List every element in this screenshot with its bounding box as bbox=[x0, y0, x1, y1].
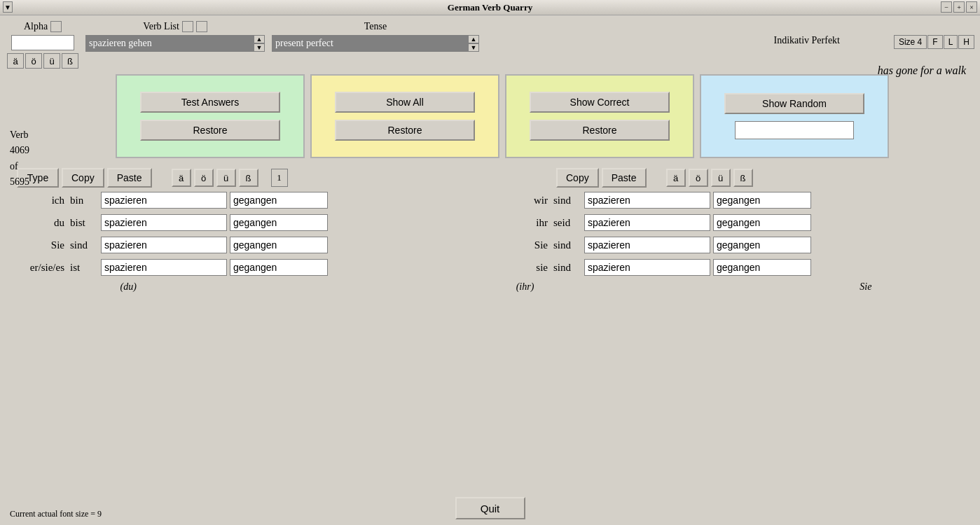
test-answers-btn[interactable]: Test Answers bbox=[140, 92, 280, 113]
verblist-label: Verb List bbox=[143, 21, 179, 32]
title-bar-left-controls[interactable]: ▼ bbox=[3, 1, 13, 13]
size4-button[interactable]: Size 4 bbox=[894, 35, 927, 49]
alpha-special-chars: ä ö ü ß bbox=[7, 53, 78, 69]
right-toolbar: Copy Paste ä ö ü ß bbox=[500, 168, 969, 188]
table-row: ihr seid bbox=[500, 214, 969, 231]
conj-input-er-part2[interactable] bbox=[230, 259, 328, 276]
verb-total: 5695 bbox=[10, 174, 29, 190]
conj-input-sie-pl-part2[interactable] bbox=[713, 237, 811, 253]
quit-btn-wrap: Quit bbox=[455, 497, 525, 519]
minimize-btn[interactable]: − bbox=[941, 1, 952, 13]
footer-font-size: Current actual font size = 9 bbox=[10, 509, 102, 519]
conj-input-wir-part2[interactable] bbox=[713, 192, 811, 209]
tense-select[interactable]: present perfect bbox=[272, 35, 468, 52]
verblist-scroll-up[interactable]: ▲ bbox=[254, 35, 265, 43]
alpha-oe-btn[interactable]: ö bbox=[25, 53, 42, 69]
verblist-select[interactable]: spazieren gehen bbox=[85, 35, 254, 52]
verblist-scroll: ▲ ▼ bbox=[254, 35, 265, 52]
courtesy-du: (du) bbox=[58, 281, 198, 293]
test-restore-btn[interactable]: Restore bbox=[140, 120, 280, 141]
title-bar-controls[interactable]: − + × bbox=[941, 1, 977, 13]
conj-input-ich-part2[interactable] bbox=[230, 192, 328, 209]
action-panels: Test Answers Restore Show All Restore Sh… bbox=[116, 74, 973, 158]
conj-input-er-part1[interactable] bbox=[101, 259, 227, 276]
show-random-panel: Show Random bbox=[700, 74, 889, 158]
pronoun-sie-3pl: sie bbox=[500, 262, 551, 274]
show-correct-restore-btn[interactable]: Restore bbox=[530, 120, 670, 141]
tense-scroll: ▲ ▼ bbox=[468, 35, 479, 52]
alpha-label: Alpha bbox=[24, 21, 48, 32]
conj-input-ihr-part1[interactable] bbox=[584, 214, 710, 231]
left-conj-rows: ich bin du bist Sie sind bbox=[17, 192, 493, 276]
left-paste-btn[interactable]: Paste bbox=[107, 168, 152, 188]
courtesy-row: (du) (ihr) Sie bbox=[7, 281, 973, 293]
size-buttons: Size 4 F L H bbox=[894, 35, 974, 49]
pronoun-ihr: ihr bbox=[500, 217, 551, 229]
title-bar: ▼ German Verb Quarry − + × bbox=[0, 0, 980, 15]
conj-input-ihr-part2[interactable] bbox=[713, 214, 811, 231]
conj-input-du-part2[interactable] bbox=[230, 214, 328, 231]
left-ue-btn[interactable]: ü bbox=[216, 169, 236, 187]
table-row: du bist bbox=[17, 214, 493, 231]
verblist-scroll-down[interactable]: ▼ bbox=[254, 43, 265, 52]
maximize-btn[interactable]: + bbox=[953, 1, 965, 13]
right-paste-btn[interactable]: Paste bbox=[602, 168, 647, 188]
table-row: Sie sind bbox=[17, 237, 493, 253]
alpha-section: Alpha ä ö ü ß bbox=[7, 21, 78, 69]
h-button[interactable]: H bbox=[958, 35, 974, 49]
left-ss-btn[interactable]: ß bbox=[239, 169, 258, 187]
right-ss-btn[interactable]: ß bbox=[733, 169, 753, 187]
verblist-checkbox1[interactable] bbox=[182, 21, 193, 32]
tense-scroll-up[interactable]: ▲ bbox=[468, 35, 479, 43]
quit-button[interactable]: Quit bbox=[455, 497, 525, 519]
title-bar-title: German Verb Quarry bbox=[448, 2, 532, 13]
aux-bist: bist bbox=[70, 217, 98, 229]
show-random-btn[interactable]: Show Random bbox=[724, 93, 864, 114]
right-ae-btn[interactable]: ä bbox=[666, 169, 686, 187]
f-button[interactable]: F bbox=[927, 35, 942, 49]
verblist-section: Verb List spazieren gehen ▲ ▼ bbox=[85, 21, 265, 52]
conj-input-du-part1[interactable] bbox=[101, 214, 227, 231]
courtesy-ihr: (ihr) bbox=[455, 281, 595, 293]
show-all-restore-btn[interactable]: Restore bbox=[335, 120, 475, 141]
show-correct-btn[interactable]: Show Correct bbox=[530, 92, 670, 113]
alpha-ae-btn[interactable]: ä bbox=[7, 53, 24, 69]
show-random-input[interactable] bbox=[735, 121, 854, 139]
left-conj-panel: Type Copy Paste ä ö ü ß 1 ich bin bbox=[17, 168, 493, 276]
conj-input-sie-formal-part1[interactable] bbox=[101, 237, 227, 253]
conj-input-sie-3pl-part2[interactable] bbox=[713, 259, 811, 276]
right-conj-panel: Copy Paste ä ö ü ß wir sind ihr seid bbox=[493, 168, 969, 276]
tense-label: Tense bbox=[364, 21, 387, 32]
pronoun-du: du bbox=[17, 217, 67, 229]
left-ae-btn[interactable]: ä bbox=[172, 169, 191, 187]
close-btn[interactable]: × bbox=[966, 1, 977, 13]
left-oe-btn[interactable]: ö bbox=[194, 169, 214, 187]
alpha-ss-btn[interactable]: ß bbox=[62, 53, 78, 69]
conj-input-sie-pl-part1[interactable] bbox=[584, 237, 710, 253]
right-oe-btn[interactable]: ö bbox=[689, 169, 708, 187]
right-copy-btn[interactable]: Copy bbox=[556, 168, 599, 188]
alpha-ue-btn[interactable]: ü bbox=[43, 53, 60, 69]
table-row: wir sind bbox=[500, 192, 969, 209]
title-bar-arrow-btn[interactable]: ▼ bbox=[3, 1, 13, 13]
show-correct-panel: Show Correct Restore bbox=[505, 74, 694, 158]
conj-input-wir-part1[interactable] bbox=[584, 192, 710, 209]
conj-input-sie-3pl-part1[interactable] bbox=[584, 259, 710, 276]
table-row: Sie sind bbox=[500, 237, 969, 253]
conj-input-ich-part1[interactable] bbox=[101, 192, 227, 209]
verblist-checkbox2[interactable] bbox=[196, 21, 207, 32]
aux-seid: seid bbox=[553, 217, 581, 229]
l-button[interactable]: L bbox=[944, 35, 958, 49]
pronoun-wir: wir bbox=[500, 195, 551, 206]
right-ue-btn[interactable]: ü bbox=[711, 169, 731, 187]
test-answers-panel: Test Answers Restore bbox=[116, 74, 305, 158]
left-copy-btn[interactable]: Copy bbox=[62, 168, 104, 188]
alpha-input[interactable] bbox=[11, 35, 74, 50]
alpha-checkbox[interactable] bbox=[50, 21, 62, 32]
pronoun-er: er/sie/es bbox=[17, 262, 67, 274]
aux-sind4: sind bbox=[553, 262, 581, 274]
conj-input-sie-formal-part2[interactable] bbox=[230, 237, 328, 253]
show-all-btn[interactable]: Show All bbox=[335, 92, 475, 113]
tense-scroll-down[interactable]: ▼ bbox=[468, 43, 479, 52]
alpha-label-row: Alpha bbox=[24, 21, 62, 32]
